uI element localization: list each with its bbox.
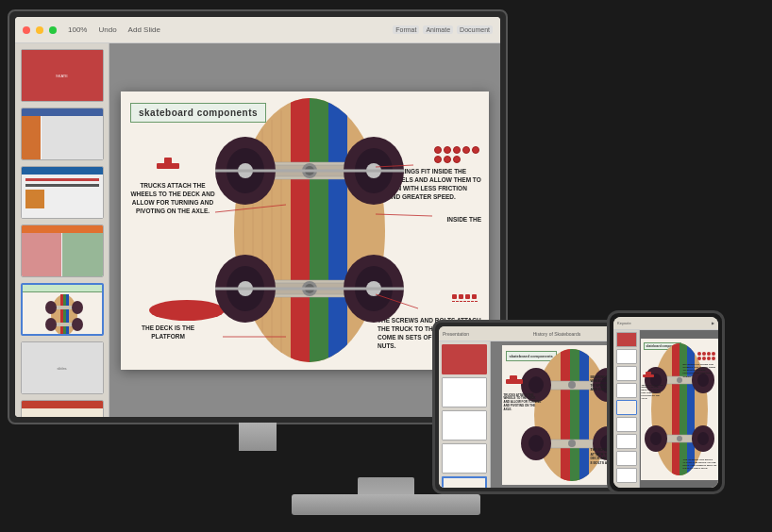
undo-btn[interactable]: Undo [98, 25, 116, 34]
svg-point-9 [72, 318, 83, 331]
svg-rect-53 [579, 345, 589, 485]
inside-the-label: INSIDE THE [447, 216, 481, 223]
phone-slide-8[interactable] [616, 451, 637, 466]
screw-1 [452, 294, 457, 299]
phone-slide-9[interactable] [616, 468, 637, 483]
phone-main-area: skateboard components [640, 330, 718, 488]
svg-rect-86 [646, 372, 651, 374]
bearing-dot-2 [444, 146, 451, 154]
svg-point-84 [677, 436, 682, 441]
svg-rect-85 [643, 374, 654, 377]
phone-slide-canvas: skateboard components [641, 339, 718, 480]
minimize-dot[interactable] [36, 26, 43, 34]
phone-slide-3[interactable] [616, 366, 637, 381]
svg-point-65 [568, 440, 576, 447]
bearing-dot-8 [453, 156, 461, 163]
phone-slide-4[interactable] [616, 383, 637, 398]
tablet-slide-2[interactable] [442, 377, 487, 407]
bearing-dot-3 [453, 146, 461, 154]
maximize-dot[interactable] [49, 26, 57, 34]
phone-screen: Keynote ▶ skateboard components [613, 317, 718, 488]
slide-thumb-3[interactable] [21, 166, 104, 219]
tablet-title-label: History of Skateboards [533, 331, 581, 337]
phone-slide-7[interactable] [616, 434, 637, 449]
slide-thumb-5[interactable] [21, 283, 104, 336]
slide-thumb-4[interactable] [21, 224, 104, 277]
screws-grid [452, 294, 478, 304]
slides-panel: SKATE [15, 43, 109, 417]
svg-rect-67 [510, 375, 517, 380]
svg-rect-15 [310, 91, 328, 370]
slide-thumb-1[interactable]: SKATE [21, 49, 104, 102]
svg-rect-2 [63, 294, 66, 334]
mac-mini-stand [358, 477, 414, 496]
phone-slide-6[interactable] [616, 417, 637, 432]
svg-rect-52 [570, 345, 579, 485]
toolbar: 100% Undo Add Slide Format Animate Docum… [15, 17, 500, 43]
screws-row-1 [452, 294, 478, 299]
mac-mini-base [292, 494, 480, 515]
tablet-slide-5[interactable] [442, 476, 487, 488]
document-btn[interactable]: Document [457, 25, 493, 34]
slide-thumb-2[interactable] [21, 108, 104, 160]
toolbar-right: Format Animate Document [393, 25, 493, 34]
svg-point-8 [45, 318, 57, 331]
phone-content: skateboard components [613, 330, 718, 488]
svg-rect-3 [66, 294, 69, 334]
svg-rect-14 [291, 91, 310, 370]
zoom-level: 100% [68, 25, 87, 34]
phone-toolbar: Keynote ▶ [613, 317, 718, 330]
phone-label: Keynote [617, 321, 631, 325]
screw-3 [465, 294, 470, 299]
svg-point-63 [529, 435, 544, 452]
add-btn[interactable]: Add Slide [128, 25, 160, 34]
screw-4 [472, 294, 477, 299]
svg-point-57 [529, 376, 544, 393]
inside-the-text: INSIDE THE [447, 216, 481, 223]
svg-point-5 [45, 301, 57, 314]
close-dot[interactable] [23, 26, 30, 34]
svg-rect-51 [561, 345, 570, 485]
tablet-slide-3[interactable] [442, 410, 487, 441]
bearing-dot-5 [472, 146, 479, 154]
monitor-screen: 100% Undo Add Slide Format Animate Docum… [15, 17, 500, 417]
svg-rect-11 [164, 158, 172, 165]
format-btn[interactable]: Format [393, 25, 419, 34]
svg-point-6 [72, 301, 83, 314]
animate-btn[interactable]: Animate [423, 25, 453, 34]
tablet-slide-4[interactable] [442, 443, 487, 474]
svg-point-78 [677, 377, 682, 383]
svg-point-82 [650, 432, 662, 445]
bearing-dot-4 [462, 146, 470, 154]
phone-play-btn[interactable]: ▶ [712, 321, 714, 325]
slide-thumb-7[interactable] [21, 400, 104, 417]
phone-slide-2[interactable] [616, 349, 637, 364]
tablet-presentation-label: Presentation [443, 331, 469, 337]
svg-point-59 [568, 381, 576, 389]
monitor-stand-neck [239, 423, 277, 451]
svg-rect-1 [60, 294, 63, 334]
tablet-slide-1[interactable] [442, 344, 487, 374]
tablet-slides-panel [439, 341, 491, 488]
bearing-dot-7 [444, 156, 451, 163]
svg-rect-70 [672, 339, 680, 480]
phone-device: Keynote ▶ skateboard components [607, 310, 725, 494]
slide-thumb-6[interactable]: slides [21, 341, 104, 394]
svg-point-83 [697, 432, 709, 445]
phone-slides-panel [613, 330, 640, 488]
screw-2 [459, 294, 463, 299]
svg-rect-16 [328, 91, 347, 370]
phone-slide-5[interactable] [616, 400, 637, 415]
skateboard-svg [177, 91, 442, 370]
phone-slide-1[interactable] [616, 332, 637, 347]
